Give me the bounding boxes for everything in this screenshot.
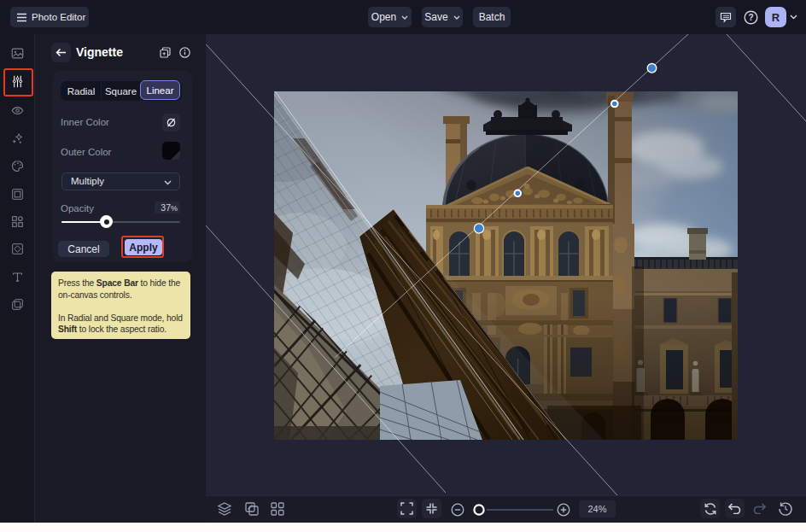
svg-text:?: ?: [748, 13, 753, 22]
